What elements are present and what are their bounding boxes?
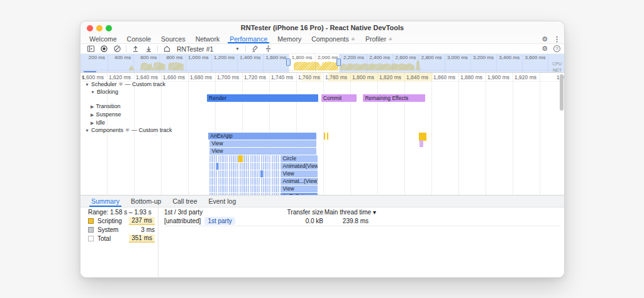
flame-mark[interactable] bbox=[327, 133, 328, 140]
legend-label: Scripting bbox=[97, 218, 129, 224]
flame-bar-view[interactable]: View bbox=[280, 170, 317, 177]
kebab-menu-icon[interactable]: ⋮ bbox=[553, 36, 560, 43]
expander-open-icon[interactable]: ▼ bbox=[91, 90, 95, 94]
tab-sources[interactable]: Sources bbox=[156, 35, 191, 43]
flame-bar-view[interactable]: View bbox=[280, 185, 317, 192]
flame-bar-view[interactable]: View bbox=[209, 140, 316, 147]
toolbar-separator bbox=[245, 45, 246, 52]
vertical-scrollbar-thumb[interactable] bbox=[560, 74, 564, 111]
col-main-thread-header[interactable]: Main thread time ▾ bbox=[313, 208, 376, 217]
load-profile-icon[interactable] bbox=[131, 45, 140, 53]
net-lane-label: NET bbox=[553, 68, 562, 72]
toolbar-right-icons: ⚙ ? bbox=[541, 44, 560, 53]
toolbar-separator bbox=[126, 45, 126, 52]
flame-bar-remaining-effects[interactable]: Remaining Effects bbox=[363, 94, 425, 102]
chevron-down-icon: ▼ bbox=[235, 47, 240, 51]
flame-tick-label: 1,600 ms bbox=[82, 74, 104, 80]
flame-tick-label: 1,820 ms bbox=[379, 74, 401, 80]
track-name: Suspense bbox=[96, 111, 121, 118]
track-label-suspense[interactable]: ▶Suspense bbox=[91, 111, 121, 118]
flame-micro-bars[interactable] bbox=[209, 185, 280, 192]
minimap[interactable]: CPU NET 200 ms400 ms600 ms800 ms1,000 ms… bbox=[80, 54, 564, 73]
flame-bar-animat-view-[interactable]: Animat...(View) bbox=[280, 178, 317, 185]
flame-mark[interactable] bbox=[238, 155, 243, 162]
flame-micro-bars[interactable] bbox=[209, 170, 280, 177]
flame-micro-bars[interactable] bbox=[209, 178, 280, 185]
bottom-tab-event-log[interactable]: Event log bbox=[203, 196, 242, 207]
track-label-scheduler[interactable]: ▼Scheduler ⚛ — Custom track bbox=[85, 81, 165, 87]
minimap-tick-label: 1,200 ms bbox=[214, 55, 235, 60]
row-separator bbox=[164, 226, 561, 226]
bottom-tab-bottom-up[interactable]: Bottom-up bbox=[125, 196, 167, 207]
tab-profiler[interactable]: Profiler⚛ bbox=[360, 35, 397, 43]
track-label-components[interactable]: ▼Components ⚛ — Custom track bbox=[85, 127, 172, 133]
title-bar: RNTester (iPhone 16 Pro) - React Native … bbox=[80, 21, 564, 35]
selection-handle-left[interactable] bbox=[286, 58, 291, 66]
expander-open-icon[interactable]: ▼ bbox=[85, 128, 89, 133]
flame-gridline bbox=[431, 73, 432, 195]
track-label-blocking[interactable]: ▼Blocking bbox=[91, 89, 118, 95]
first-party-badge[interactable]: 1st party bbox=[204, 217, 235, 225]
tab-network[interactable]: Network bbox=[191, 35, 225, 43]
record-icon[interactable] bbox=[99, 45, 108, 53]
flame-chart[interactable]: s 1,9 1,600 ms1,620 ms1,640 ms1,660 ms1,… bbox=[80, 73, 564, 195]
collapse-tracks-icon[interactable] bbox=[264, 45, 272, 53]
tab-components[interactable]: Components⚛ bbox=[306, 35, 360, 43]
flame-gridline bbox=[350, 73, 351, 195]
settings-gear-icon[interactable]: ⚙ bbox=[541, 36, 548, 43]
flame-gridline bbox=[486, 73, 486, 195]
system-swatch[interactable] bbox=[88, 227, 94, 233]
flame-bar-render[interactable]: Render bbox=[207, 94, 318, 102]
summary-panel: Range: 1.58 s – 1.93 s Scripting237 msSy… bbox=[80, 207, 564, 277]
selection-handle-right[interactable] bbox=[336, 58, 341, 66]
flame-gridline bbox=[540, 73, 540, 195]
track-label-idle[interactable]: ▶Idle bbox=[91, 119, 105, 126]
tab-console[interactable]: Console bbox=[122, 35, 157, 43]
party-table-row[interactable]: [unattributed]1st party0.0 kB239.8 ms bbox=[164, 217, 561, 226]
flame-tick-label: 1,780 ms bbox=[325, 74, 347, 80]
flame-micro-bars[interactable] bbox=[209, 163, 280, 170]
bottom-tab-bar: SummaryBottom-upCall treeEvent log bbox=[80, 195, 564, 207]
tab-memory[interactable]: Memory bbox=[272, 35, 306, 43]
track-label-transition[interactable]: ▶Transition bbox=[91, 103, 121, 109]
flame-tick-label: 1,900 ms bbox=[487, 74, 509, 80]
flame-micro-bars[interactable] bbox=[209, 155, 280, 162]
expander-closed-icon[interactable]: ▶ bbox=[91, 113, 94, 117]
flame-gridline bbox=[161, 73, 162, 195]
flame-bar-animated-view-[interactable]: Animated(View) bbox=[280, 163, 317, 170]
flame-bar-anexapp[interactable]: AnExApp bbox=[208, 133, 316, 140]
toolbar-separator bbox=[157, 45, 158, 52]
help-icon[interactable]: ? bbox=[553, 45, 560, 52]
bottom-tab-summary[interactable]: Summary bbox=[86, 196, 125, 207]
clear-icon[interactable] bbox=[113, 45, 121, 53]
flame-bar-commit[interactable]: Commit bbox=[321, 94, 357, 102]
gc-brush-icon[interactable] bbox=[250, 45, 259, 53]
bottom-tab-call-tree[interactable]: Call tree bbox=[167, 196, 203, 207]
flame-bar-circle[interactable]: Circle bbox=[280, 155, 317, 162]
minimap-tick-label: 200 ms bbox=[89, 55, 105, 60]
flame-bar-anexset[interactable]: AnExSet bbox=[280, 193, 317, 195]
flame-bar-view[interactable]: View bbox=[209, 148, 316, 155]
flame-tick-label: 1,720 ms bbox=[244, 74, 266, 80]
party-table-header: 1st / 3rd party Transfer size Main threa… bbox=[164, 208, 561, 217]
flame-mark[interactable] bbox=[260, 170, 263, 177]
expander-closed-icon[interactable]: ▶ bbox=[91, 104, 94, 109]
save-profile-icon[interactable] bbox=[144, 45, 153, 53]
target-selector[interactable]: RNTester #1 ▼ bbox=[175, 45, 241, 53]
flame-micro-bars[interactable] bbox=[209, 193, 280, 195]
entity-name: [unattributed] bbox=[164, 218, 201, 224]
target-selector-value: RNTester #1 bbox=[177, 45, 213, 53]
flame-mark[interactable] bbox=[419, 140, 423, 147]
flame-tick-label: 1,840 ms bbox=[406, 74, 428, 80]
tab-welcome[interactable]: Welcome bbox=[84, 35, 122, 43]
toggle-panel-icon[interactable] bbox=[86, 45, 95, 53]
tab-performance[interactable]: Performance bbox=[225, 35, 272, 43]
expander-open-icon[interactable]: ▼ bbox=[85, 82, 89, 87]
total-swatch[interactable] bbox=[88, 236, 94, 241]
flame-mark[interactable] bbox=[324, 133, 325, 140]
scripting-swatch[interactable] bbox=[88, 218, 94, 224]
capture-settings-gear-icon[interactable]: ⚙ bbox=[541, 45, 548, 52]
expander-closed-icon[interactable]: ▶ bbox=[91, 121, 94, 125]
flame-mark[interactable] bbox=[216, 163, 218, 170]
home-icon[interactable] bbox=[162, 45, 171, 53]
